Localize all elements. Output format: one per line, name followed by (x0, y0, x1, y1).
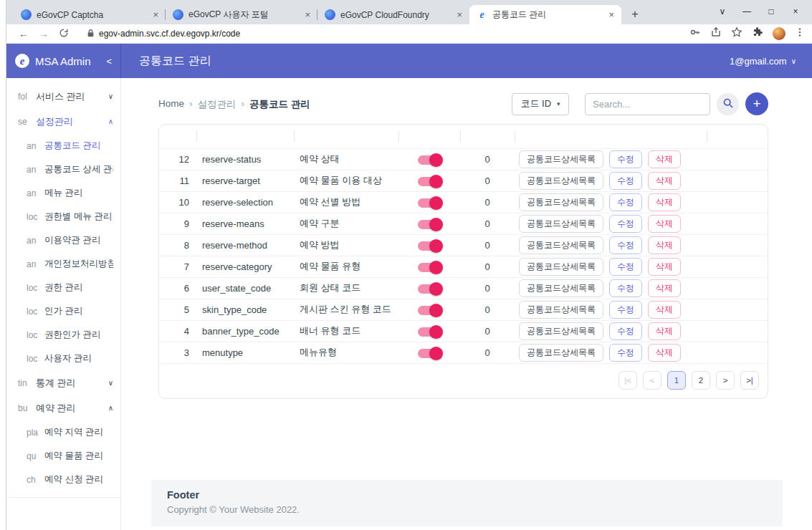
filter-field-select[interactable]: 코드 ID ▾ (512, 93, 569, 115)
detail-list-button[interactable]: 공통코드상세목록 (519, 344, 603, 362)
sidebar-item[interactable]: tin 통계 관리 ∨ (6, 370, 120, 395)
pagination-prev-button[interactable]: < (643, 371, 661, 390)
window-minimize-icon[interactable]: — (736, 4, 758, 19)
delete-button[interactable]: 삭제 (648, 322, 681, 340)
detail-list-button[interactable]: 공통코드상세목록 (519, 193, 603, 211)
bookmark-star-icon[interactable] (731, 26, 742, 41)
delete-button[interactable]: 삭제 (648, 344, 681, 362)
delete-button[interactable]: 삭제 (648, 193, 681, 211)
back-icon[interactable]: ← (19, 28, 29, 39)
detail-list-button[interactable]: 공통코드상세목록 (519, 279, 603, 297)
edit-button[interactable]: 수정 (609, 258, 642, 276)
use-toggle[interactable] (418, 155, 441, 165)
use-toggle[interactable] (418, 220, 441, 229)
sidebar-item[interactable]: an 이용약관 관리 (6, 228, 120, 252)
browser-tab[interactable]: e 공통코드 관리 × (469, 5, 621, 24)
sidebar-item[interactable]: se 설정관리 ∧ (6, 109, 120, 134)
sidebar-item[interactable]: loc 사용자 관리 (6, 347, 120, 370)
sidebar-item-label: 공통코드 관리 (44, 140, 100, 152)
browser-tab[interactable]: e eGovCP CloudFoundry × (317, 5, 469, 24)
edit-button[interactable]: 수정 (609, 344, 642, 362)
browser-menu-icon[interactable] (795, 27, 805, 40)
detail-list-button[interactable]: 공통코드상세목록 (519, 172, 603, 190)
new-tab-button[interactable]: + (626, 5, 644, 24)
window-menu-icon[interactable]: ∨ (712, 4, 733, 19)
sidebar-item[interactable]: an 공통코드 관리 (6, 134, 120, 158)
edit-button[interactable]: 수정 (609, 279, 642, 297)
use-toggle[interactable] (418, 241, 441, 251)
use-toggle[interactable] (418, 284, 441, 294)
cell-empty (707, 148, 768, 170)
sidebar-item[interactable]: fol 서비스 관리 ∨ (6, 84, 120, 109)
sidebar-item[interactable]: loc 권한 관리 (6, 276, 120, 299)
delete-button[interactable]: 삭제 (648, 150, 681, 168)
delete-button[interactable]: 삭제 (648, 258, 681, 276)
pagination-next-button[interactable]: > (716, 371, 735, 390)
edit-button[interactable]: 수정 (609, 150, 642, 168)
delete-button[interactable]: 삭제 (648, 236, 681, 254)
sidebar-item[interactable]: loc 인가 관리 (6, 299, 120, 323)
add-code-button[interactable]: + (745, 92, 768, 115)
sidebar-item-label: 메뉴 관리 (44, 187, 82, 199)
sidebar-item[interactable]: an 개인정보처리방침 관 (6, 252, 120, 276)
delete-button[interactable]: 삭제 (648, 215, 681, 233)
sidebar-collapse-icon[interactable]: < (106, 56, 112, 67)
breadcrumb-home[interactable]: Home (158, 98, 184, 111)
window-close-icon[interactable]: × (785, 4, 806, 19)
detail-list-button[interactable]: 공통코드상세목록 (519, 301, 603, 319)
search-input[interactable] (585, 93, 710, 115)
delete-button[interactable]: 삭제 (648, 301, 681, 319)
sidebar-item[interactable]: an 공통코드 상세 관리 (6, 158, 120, 181)
sidebar-item[interactable]: pla 예약 지역 관리 (6, 420, 120, 444)
browser-tab[interactable]: e eGovCP Captcha × (14, 5, 166, 24)
table-header-cell (460, 125, 515, 148)
pagination-page-1[interactable]: 1 (667, 371, 686, 390)
sidebar-item[interactable]: bu 예약 관리 ∧ (6, 395, 120, 420)
url-field[interactable]: egov-admin.svc.cf.dev.egovp.kr/code (80, 26, 678, 42)
detail-list-button[interactable]: 공통코드상세목록 (519, 258, 603, 276)
sidebar-item[interactable]: ch 예약 신청 관리 (6, 468, 120, 491)
menu-item-icon: loc (27, 330, 39, 340)
reload-icon[interactable] (59, 28, 69, 40)
detail-list-button[interactable]: 공통코드상세목록 (519, 322, 603, 340)
tab-close-icon[interactable]: × (151, 9, 160, 20)
use-toggle[interactable] (418, 327, 441, 337)
detail-list-button[interactable]: 공통코드상세목록 (519, 150, 603, 168)
tab-close-icon[interactable]: × (303, 9, 312, 20)
user-menu[interactable]: 1@gmail.com ∨ (730, 56, 796, 67)
extensions-puzzle-icon[interactable] (752, 26, 763, 41)
sidebar-item[interactable]: an 메뉴 관리 (6, 181, 120, 205)
sidebar-item[interactable]: loc 권한인가 관리 (6, 323, 120, 347)
browser-tab[interactable]: e eGovCP 사용자 포털 × (166, 5, 317, 24)
password-key-icon[interactable] (689, 26, 701, 41)
edit-button[interactable]: 수정 (609, 193, 642, 211)
edit-button[interactable]: 수정 (609, 172, 642, 190)
tab-close-icon[interactable]: × (607, 9, 616, 20)
edit-button[interactable]: 수정 (609, 301, 642, 319)
use-toggle[interactable] (418, 263, 441, 272)
window-maximize-icon[interactable]: □ (760, 4, 782, 19)
search-button[interactable] (717, 93, 739, 115)
edit-button[interactable]: 수정 (609, 215, 642, 233)
tab-close-icon[interactable]: × (455, 9, 464, 20)
profile-avatar[interactable] (773, 27, 785, 40)
sidebar-item[interactable]: qu 예약 물품 관리 (6, 444, 120, 468)
use-toggle[interactable] (418, 198, 441, 208)
sidebar-item[interactable]: loc 권한별 메뉴 관리 (6, 205, 120, 228)
delete-button[interactable]: 삭제 (648, 279, 681, 297)
share-icon[interactable] (710, 26, 722, 41)
breadcrumb-current: 공통코드 관리 (249, 98, 310, 111)
breadcrumb-settings[interactable]: 설정관리 (198, 98, 237, 111)
pagination-first-button[interactable]: |< (618, 371, 637, 390)
detail-list-button[interactable]: 공통코드상세목록 (519, 236, 603, 254)
forward-icon[interactable]: → (39, 28, 49, 39)
use-toggle[interactable] (418, 349, 441, 358)
detail-list-button[interactable]: 공통코드상세목록 (519, 215, 603, 233)
delete-button[interactable]: 삭제 (648, 172, 681, 190)
pagination-last-button[interactable]: >| (740, 371, 759, 390)
edit-button[interactable]: 수정 (609, 236, 642, 254)
edit-button[interactable]: 수정 (609, 322, 642, 340)
use-toggle[interactable] (418, 306, 441, 315)
use-toggle[interactable] (418, 177, 441, 186)
pagination-page-2[interactable]: 2 (692, 371, 710, 390)
